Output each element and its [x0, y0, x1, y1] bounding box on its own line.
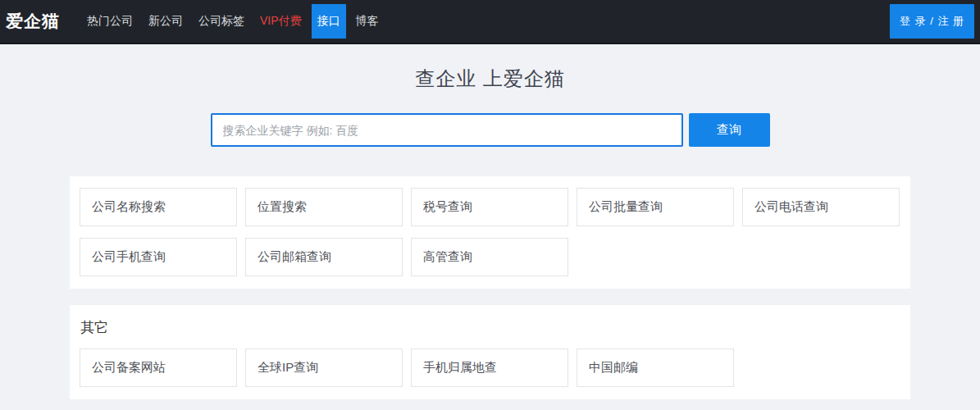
others-section-title: 其它 [80, 318, 900, 337]
other-item-mobile-location-query[interactable]: 手机归属地查 [411, 348, 568, 387]
tool-item-location-search[interactable]: 位置搜索 [245, 188, 403, 226]
nav-item-hot-companies[interactable]: 热门公司 [81, 4, 139, 39]
nav-item-blog[interactable]: 博客 [350, 4, 385, 39]
tool-item-company-mobile-query[interactable]: 公司手机查询 [80, 238, 237, 276]
others-card: 其它 公司备案网站 全球IP查询 手机归属地查 中国邮编 [70, 305, 910, 399]
tool-item-company-name-search[interactable]: 公司名称搜索 [80, 188, 237, 226]
other-item-company-icp-websites[interactable]: 公司备案网站 [80, 348, 237, 387]
tool-item-company-email-query[interactable]: 公司邮箱查询 [245, 238, 403, 276]
tool-item-executive-query[interactable]: 高管查询 [411, 238, 568, 276]
hero-title: 查企业 上爱企猫 [0, 66, 980, 92]
search-bar: 查询 [0, 113, 980, 147]
other-item-china-postcode[interactable]: 中国邮编 [577, 348, 734, 387]
other-item-global-ip-query[interactable]: 全球IP查询 [245, 348, 403, 387]
company-search-input[interactable] [211, 113, 683, 147]
nav-item-vip-paid[interactable]: VIP付费 [254, 4, 308, 39]
tool-item-tax-number-query[interactable]: 税号查询 [411, 188, 568, 226]
tool-item-batch-company-query[interactable]: 公司批量查询 [577, 188, 734, 226]
login-register-button[interactable]: 登 录 / 注 册 [890, 4, 974, 39]
tools-grid: 公司名称搜索 位置搜索 税号查询 公司批量查询 公司电话查询 公司手机查询 公司… [80, 188, 900, 276]
others-grid: 公司备案网站 全球IP查询 手机归属地查 中国邮编 [80, 348, 900, 387]
top-navbar: 爱企猫 热门公司 新公司 公司标签 VIP付费 接口 博客 登 录 / 注 册 [0, 0, 980, 44]
main-content: 查企业 上爱企猫 查询 公司名称搜索 位置搜索 税号查询 公司批量查询 公司电话… [0, 66, 980, 399]
nav-item-company-tags[interactable]: 公司标签 [193, 4, 250, 39]
nav-item-new-companies[interactable]: 新公司 [143, 4, 189, 39]
tool-item-company-phone-query[interactable]: 公司电话查询 [742, 188, 900, 226]
site-logo[interactable]: 爱企猫 [6, 10, 60, 33]
tools-card: 公司名称搜索 位置搜索 税号查询 公司批量查询 公司电话查询 公司手机查询 公司… [70, 176, 910, 289]
nav-item-api[interactable]: 接口 [312, 4, 346, 39]
search-button[interactable]: 查询 [689, 113, 770, 147]
